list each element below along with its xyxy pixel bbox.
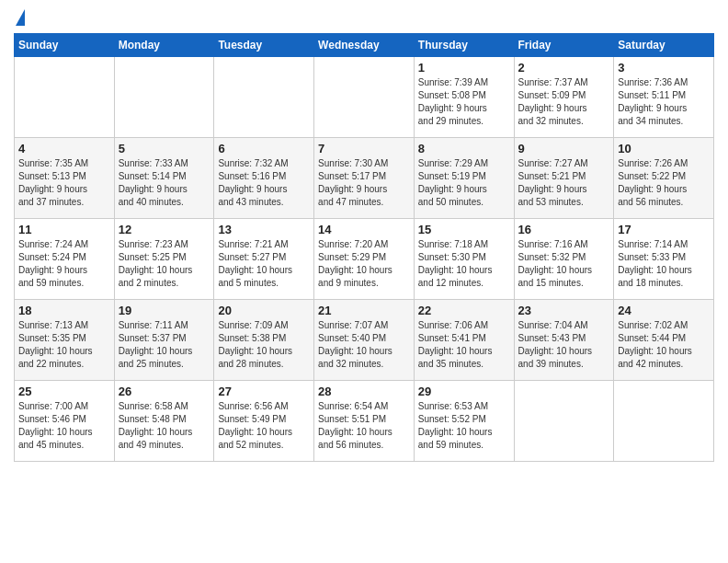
calendar-week-3: 11Sunrise: 7:24 AM Sunset: 5:24 PM Dayli…: [15, 219, 714, 300]
day-info: Sunrise: 7:16 AM Sunset: 5:32 PM Dayligh…: [518, 238, 610, 290]
day-number: 14: [318, 223, 410, 236]
calendar-cell: 17Sunrise: 7:14 AM Sunset: 5:33 PM Dayli…: [614, 219, 714, 300]
calendar-cell: 3Sunrise: 7:36 AM Sunset: 5:11 PM Daylig…: [614, 57, 714, 138]
day-number: 10: [618, 142, 710, 155]
day-number: 16: [518, 223, 610, 236]
calendar-cell: 24Sunrise: 7:02 AM Sunset: 5:44 PM Dayli…: [614, 300, 714, 381]
calendar-cell: 21Sunrise: 7:07 AM Sunset: 5:40 PM Dayli…: [314, 300, 415, 381]
day-number: 8: [418, 142, 510, 155]
calendar-cell: 9Sunrise: 7:27 AM Sunset: 5:21 PM Daylig…: [514, 138, 614, 219]
day-info: Sunrise: 7:00 AM Sunset: 5:46 PM Dayligh…: [18, 400, 110, 452]
day-info: Sunrise: 6:53 AM Sunset: 5:52 PM Dayligh…: [418, 400, 510, 452]
calendar-cell: 7Sunrise: 7:30 AM Sunset: 5:17 PM Daylig…: [314, 138, 415, 219]
calendar-week-1: 1Sunrise: 7:39 AM Sunset: 5:08 PM Daylig…: [15, 57, 714, 138]
col-header-friday: Friday: [514, 34, 614, 57]
day-info: Sunrise: 7:29 AM Sunset: 5:19 PM Dayligh…: [418, 157, 510, 209]
calendar-cell: 4Sunrise: 7:35 AM Sunset: 5:13 PM Daylig…: [15, 138, 115, 219]
day-info: Sunrise: 7:26 AM Sunset: 5:22 PM Dayligh…: [618, 157, 710, 209]
calendar-cell: 6Sunrise: 7:32 AM Sunset: 5:16 PM Daylig…: [214, 138, 314, 219]
day-number: 27: [218, 385, 310, 398]
calendar-cell: 23Sunrise: 7:04 AM Sunset: 5:43 PM Dayli…: [514, 300, 614, 381]
day-info: Sunrise: 7:18 AM Sunset: 5:30 PM Dayligh…: [418, 238, 510, 290]
logo: [14, 9, 25, 26]
day-number: 22: [418, 304, 510, 317]
day-info: Sunrise: 7:23 AM Sunset: 5:25 PM Dayligh…: [119, 238, 210, 290]
day-info: Sunrise: 7:11 AM Sunset: 5:37 PM Dayligh…: [119, 319, 210, 371]
day-info: Sunrise: 7:36 AM Sunset: 5:11 PM Dayligh…: [618, 76, 710, 128]
day-number: 13: [218, 223, 310, 236]
calendar-cell: 27Sunrise: 6:56 AM Sunset: 5:49 PM Dayli…: [214, 381, 314, 462]
day-info: Sunrise: 7:07 AM Sunset: 5:40 PM Dayligh…: [318, 319, 410, 371]
day-number: 26: [119, 385, 210, 398]
calendar-cell: 2Sunrise: 7:37 AM Sunset: 5:09 PM Daylig…: [514, 57, 614, 138]
calendar-table: SundayMondayTuesdayWednesdayThursdayFrid…: [14, 33, 714, 462]
day-number: 20: [218, 304, 310, 317]
day-info: Sunrise: 6:58 AM Sunset: 5:48 PM Dayligh…: [119, 400, 210, 452]
calendar-cell: [114, 57, 214, 138]
calendar-cell: [514, 381, 614, 462]
calendar-cell: 15Sunrise: 7:18 AM Sunset: 5:30 PM Dayli…: [414, 219, 514, 300]
calendar-cell: 13Sunrise: 7:21 AM Sunset: 5:27 PM Dayli…: [214, 219, 314, 300]
calendar-cell: 1Sunrise: 7:39 AM Sunset: 5:08 PM Daylig…: [414, 57, 514, 138]
calendar-week-2: 4Sunrise: 7:35 AM Sunset: 5:13 PM Daylig…: [15, 138, 714, 219]
page-container: SundayMondayTuesdayWednesdayThursdayFrid…: [0, 0, 728, 471]
calendar-cell: 29Sunrise: 6:53 AM Sunset: 5:52 PM Dayli…: [414, 381, 514, 462]
calendar-cell: 8Sunrise: 7:29 AM Sunset: 5:19 PM Daylig…: [414, 138, 514, 219]
calendar-cell: 18Sunrise: 7:13 AM Sunset: 5:35 PM Dayli…: [15, 300, 115, 381]
calendar-cell: 25Sunrise: 7:00 AM Sunset: 5:46 PM Dayli…: [15, 381, 115, 462]
calendar-week-5: 25Sunrise: 7:00 AM Sunset: 5:46 PM Dayli…: [15, 381, 714, 462]
calendar-cell: 11Sunrise: 7:24 AM Sunset: 5:24 PM Dayli…: [15, 219, 115, 300]
logo-triangle-icon: [16, 9, 25, 26]
day-info: Sunrise: 7:13 AM Sunset: 5:35 PM Dayligh…: [18, 319, 110, 371]
day-number: 5: [119, 142, 210, 155]
calendar-cell: 28Sunrise: 6:54 AM Sunset: 5:51 PM Dayli…: [314, 381, 415, 462]
day-number: 6: [218, 142, 310, 155]
day-info: Sunrise: 7:24 AM Sunset: 5:24 PM Dayligh…: [18, 238, 110, 290]
col-header-sunday: Sunday: [15, 34, 115, 57]
calendar-cell: 5Sunrise: 7:33 AM Sunset: 5:14 PM Daylig…: [114, 138, 214, 219]
day-number: 19: [119, 304, 210, 317]
day-info: Sunrise: 6:56 AM Sunset: 5:49 PM Dayligh…: [218, 400, 310, 452]
day-info: Sunrise: 7:33 AM Sunset: 5:14 PM Dayligh…: [119, 157, 210, 209]
day-info: Sunrise: 7:20 AM Sunset: 5:29 PM Dayligh…: [318, 238, 410, 290]
day-number: 7: [318, 142, 410, 155]
col-header-thursday: Thursday: [414, 34, 514, 57]
day-info: Sunrise: 7:06 AM Sunset: 5:41 PM Dayligh…: [418, 319, 510, 371]
calendar-week-4: 18Sunrise: 7:13 AM Sunset: 5:35 PM Dayli…: [15, 300, 714, 381]
day-number: 18: [18, 304, 110, 317]
day-number: 24: [618, 304, 710, 317]
day-number: 25: [18, 385, 110, 398]
day-info: Sunrise: 7:09 AM Sunset: 5:38 PM Dayligh…: [218, 319, 310, 371]
day-number: 1: [418, 61, 510, 75]
day-number: 9: [518, 142, 610, 155]
day-info: Sunrise: 7:35 AM Sunset: 5:13 PM Dayligh…: [18, 157, 110, 209]
calendar-cell: 22Sunrise: 7:06 AM Sunset: 5:41 PM Dayli…: [414, 300, 514, 381]
calendar-cell: 14Sunrise: 7:20 AM Sunset: 5:29 PM Dayli…: [314, 219, 415, 300]
day-number: 3: [618, 61, 710, 75]
calendar-cell: [214, 57, 314, 138]
calendar-cell: 10Sunrise: 7:26 AM Sunset: 5:22 PM Dayli…: [614, 138, 714, 219]
day-info: Sunrise: 7:02 AM Sunset: 5:44 PM Dayligh…: [618, 319, 710, 371]
day-number: 23: [518, 304, 610, 317]
day-number: 12: [119, 223, 210, 236]
day-info: Sunrise: 7:04 AM Sunset: 5:43 PM Dayligh…: [518, 319, 610, 371]
logo-line1: [14, 9, 25, 26]
day-info: Sunrise: 7:37 AM Sunset: 5:09 PM Dayligh…: [518, 76, 610, 128]
calendar-cell: [314, 57, 415, 138]
header: [14, 9, 714, 26]
day-number: 11: [18, 223, 110, 236]
col-header-wednesday: Wednesday: [314, 34, 415, 57]
calendar-cell: 12Sunrise: 7:23 AM Sunset: 5:25 PM Dayli…: [114, 219, 214, 300]
day-info: Sunrise: 7:21 AM Sunset: 5:27 PM Dayligh…: [218, 238, 310, 290]
day-number: 29: [418, 385, 510, 398]
day-info: Sunrise: 7:30 AM Sunset: 5:17 PM Dayligh…: [318, 157, 410, 209]
day-number: 4: [18, 142, 110, 155]
day-number: 17: [618, 223, 710, 236]
day-info: Sunrise: 7:27 AM Sunset: 5:21 PM Dayligh…: [518, 157, 610, 209]
day-number: 2: [518, 61, 610, 75]
day-info: Sunrise: 6:54 AM Sunset: 5:51 PM Dayligh…: [318, 400, 410, 452]
day-info: Sunrise: 7:32 AM Sunset: 5:16 PM Dayligh…: [218, 157, 310, 209]
calendar-cell: 26Sunrise: 6:58 AM Sunset: 5:48 PM Dayli…: [114, 381, 214, 462]
day-number: 15: [418, 223, 510, 236]
day-number: 21: [318, 304, 410, 317]
